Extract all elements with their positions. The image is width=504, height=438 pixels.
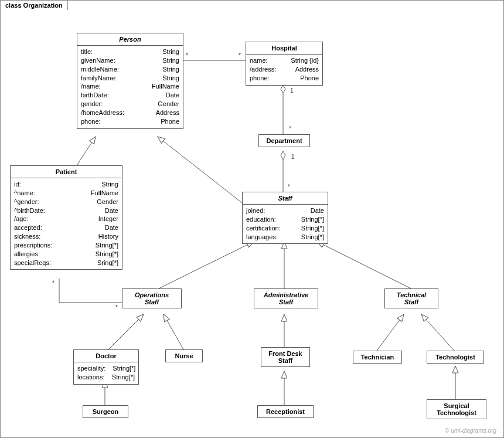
diagram-frame: class Organization bbox=[0, 0, 504, 438]
svg-line-6 bbox=[158, 137, 242, 203]
watermark: © uml-diagrams.org bbox=[445, 427, 496, 434]
mult: * bbox=[289, 125, 291, 132]
class-hospital: Hospital name:String {id} /address:Addre… bbox=[246, 42, 323, 86]
class-front-desk-staff: Front DeskStaff bbox=[261, 347, 310, 367]
mult: * bbox=[52, 280, 55, 286]
mult: * bbox=[288, 184, 290, 190]
class-title: Person bbox=[77, 33, 183, 46]
mult: * bbox=[186, 52, 188, 59]
class-patient: Patient id:String ^name:FullName ^gender… bbox=[10, 165, 122, 270]
svg-line-7 bbox=[159, 242, 254, 288]
class-nurse: Nurse bbox=[165, 349, 203, 362]
svg-line-10 bbox=[108, 314, 144, 349]
class-doctor: Doctor speciality:String[*] locations:St… bbox=[73, 349, 139, 385]
frame-title: class Organization bbox=[5, 2, 63, 9]
class-technologist: Technologist bbox=[427, 351, 484, 364]
class-staff: Staff joined:Date education:String[*] ce… bbox=[242, 192, 328, 244]
mult: * bbox=[115, 304, 118, 311]
class-body: title:String givenName:String middleName… bbox=[77, 46, 183, 128]
frame-title-tab: class Organization bbox=[0, 0, 68, 10]
class-technical-staff: TechnicalStaff bbox=[384, 288, 438, 308]
svg-line-9 bbox=[317, 242, 411, 288]
class-title: Hospital bbox=[246, 42, 322, 55]
class-surgeon: Surgeon bbox=[83, 405, 128, 418]
class-administrative-staff: AdministrativeStaff bbox=[254, 288, 318, 308]
mult: * bbox=[239, 52, 241, 59]
class-department: Department bbox=[258, 134, 310, 147]
svg-line-14 bbox=[421, 314, 454, 351]
svg-line-5 bbox=[77, 137, 96, 165]
class-receptionist: Receptionist bbox=[257, 405, 314, 418]
class-technician: Technician bbox=[353, 351, 402, 364]
svg-line-11 bbox=[164, 314, 183, 349]
class-surgical-technologist: SurgicalTechnologist bbox=[427, 399, 486, 419]
class-operations-staff: OperationsStaff bbox=[122, 288, 182, 308]
mult: 1 bbox=[291, 154, 295, 160]
class-person: Person title:String givenName:String mid… bbox=[77, 33, 183, 129]
svg-line-13 bbox=[377, 314, 404, 351]
mult: 1 bbox=[290, 87, 294, 94]
